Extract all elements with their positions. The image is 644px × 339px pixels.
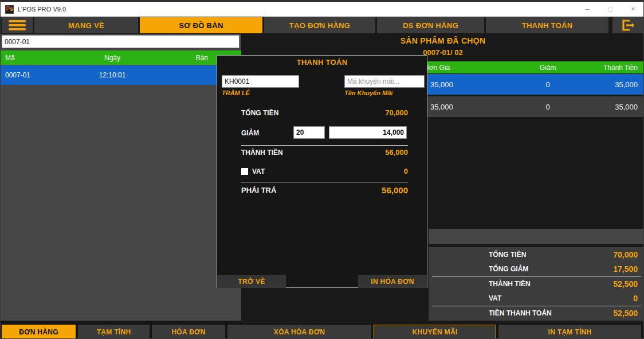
- promo-code-input[interactable]: [344, 75, 425, 88]
- customer-name-label: TRÂM LÊ: [222, 89, 250, 96]
- total-value: 0: [633, 294, 641, 303]
- subtotal-label: THÀNH TIỀN: [241, 149, 283, 157]
- payable-label: PHẢI TRẢ: [241, 186, 276, 194]
- vat-value: 0: [404, 167, 408, 176]
- dialog-total-label: TỔNG TIỀN: [241, 109, 278, 117]
- total-value: 52,500: [613, 309, 641, 318]
- header-ma: Mã: [1, 54, 75, 62]
- menu-button[interactable]: [2, 17, 33, 33]
- nav-bar: MANG VỀ SƠ ĐỒ BÀN TẠO ĐƠN HÀNG DS ĐƠN HÀ…: [1, 17, 644, 34]
- bottom-action-bar: ĐƠN HÀNG TẠM TÍNH HÓA ĐƠN XÓA HÓA ĐƠN KH…: [1, 324, 644, 339]
- discount-percent-input[interactable]: [293, 126, 325, 139]
- dialog-divider: [241, 145, 408, 146]
- button-hoa-don[interactable]: HÓA ĐƠN: [152, 325, 225, 339]
- total-value: 17,500: [613, 264, 641, 274]
- button-tam-tinh[interactable]: TẠM TÍNH: [78, 325, 150, 339]
- logout-button[interactable]: [612, 17, 643, 33]
- hamburger-icon: [9, 20, 26, 30]
- subtotal-value: 56,000: [385, 148, 408, 157]
- line-total-cell: 35,000: [588, 80, 644, 89]
- total-row: TỔNG GIẢM 17,500: [432, 262, 641, 276]
- totals-panel: TỔNG TIỀN 70,000 TỔNG GIẢM 17,500 THÀNH …: [429, 247, 644, 321]
- maximize-icon: □: [608, 6, 612, 13]
- dialog-divider: [241, 182, 408, 182]
- header-ngay: Ngày: [75, 54, 150, 62]
- unit-price-cell: 35,000: [422, 80, 508, 89]
- total-row: TIỀN THANH TOÁN 52,500: [432, 306, 641, 321]
- horizontal-scrollbar[interactable]: [429, 229, 644, 244]
- dialog-total-value: 70,000: [385, 108, 408, 117]
- order-date-cell: 12:10:01: [75, 71, 150, 79]
- promo-name-label: Tên Khuyến Mãi: [344, 89, 392, 96]
- unit-price-cell: 35,000: [422, 103, 508, 111]
- close-icon: ×: [631, 5, 635, 13]
- dialog-title: THANH TOÁN: [217, 58, 427, 67]
- total-label: TỔNG TIỀN: [432, 251, 526, 259]
- tab-mang-ve[interactable]: MANG VỀ: [34, 17, 138, 33]
- dialog-total-row: TỔNG TIỀN 70,000: [241, 108, 408, 117]
- order-code-cell: 0007-01: [1, 71, 75, 79]
- payment-dialog: THANH TOÁN TRÂM LÊ Tên Khuyến Mãi TỔNG T…: [217, 55, 427, 288]
- total-value: 52,500: [613, 279, 641, 289]
- order-row[interactable]: 0007-01 12:10:01: [1, 65, 241, 85]
- selected-products-title: SẢN PHẨM ĐÃ CHỌN: [241, 36, 644, 45]
- vat-label: VAT: [252, 167, 265, 176]
- tab-ds-don-hang[interactable]: DS ĐƠN HÀNG: [377, 17, 484, 33]
- vat-row: VAT 0: [241, 167, 408, 176]
- total-row: THÀNH TIỀN 52,500: [432, 276, 641, 291]
- header-don-gia: Đơn Giá: [422, 64, 508, 72]
- minimize-button[interactable]: –: [576, 2, 599, 17]
- tab-so-do-ban[interactable]: SƠ ĐỒ BÀN: [140, 17, 262, 33]
- orders-table-header: Mã Ngày Bàn: [1, 50, 241, 65]
- order-search-input[interactable]: [2, 35, 239, 48]
- print-invoice-button[interactable]: IN HÓA ĐƠN: [358, 275, 427, 288]
- minimize-icon: –: [586, 5, 590, 13]
- total-label: TỔNG GIẢM: [432, 265, 528, 273]
- tab-tao-don-hang[interactable]: TẠO ĐƠN HÀNG: [264, 17, 375, 33]
- subtotal-row: THÀNH TIỀN 56,000: [241, 148, 408, 157]
- total-row: TỔNG TIỀN 70,000: [432, 247, 641, 262]
- header-thanh-tien: Thành Tiền: [588, 64, 644, 72]
- header-giam: Giảm: [508, 64, 588, 72]
- maximize-button[interactable]: □: [599, 2, 622, 17]
- button-xoa-hoa-don[interactable]: XÓA HÓA ĐƠN: [227, 325, 371, 339]
- payable-row: PHẢI TRẢ 56,000: [241, 185, 408, 195]
- discount-amount-input[interactable]: [329, 126, 407, 139]
- discount-label: GIẢM: [241, 129, 259, 137]
- orders-panel: Mã Ngày Bàn 0007-01 12:10:01: [1, 34, 241, 321]
- total-row: VAT 0: [432, 291, 641, 306]
- logout-icon: [620, 19, 636, 32]
- line-total-cell: 35,000: [588, 103, 644, 111]
- button-don-hang[interactable]: ĐƠN HÀNG: [2, 325, 76, 339]
- close-button[interactable]: ×: [622, 2, 644, 17]
- discount-cell: 0: [508, 80, 588, 89]
- window-title: L'POS PRO V9.0: [18, 6, 66, 13]
- customer-code-input[interactable]: [222, 75, 299, 88]
- back-button[interactable]: TRỞ VỀ: [217, 275, 286, 288]
- button-khuyen-mai[interactable]: KHUYẾN MÃI: [374, 325, 496, 339]
- app-icon: Ps: [5, 5, 14, 14]
- window-titlebar: Ps L'POS PRO V9.0 – □ ×: [1, 1, 644, 17]
- button-in-tam-tinh[interactable]: IN TẠM TÍNH: [498, 325, 641, 339]
- tab-thanh-toan[interactable]: THANH TOÁN: [486, 17, 608, 33]
- payable-value: 56,000: [382, 185, 408, 195]
- vat-checkbox[interactable]: [241, 168, 248, 175]
- total-label: VAT: [432, 294, 501, 302]
- total-label: TIỀN THANH TOÁN: [432, 309, 552, 317]
- discount-cell: 0: [508, 103, 588, 111]
- total-value: 70,000: [613, 250, 641, 259]
- total-label: THÀNH TIỀN: [432, 280, 531, 288]
